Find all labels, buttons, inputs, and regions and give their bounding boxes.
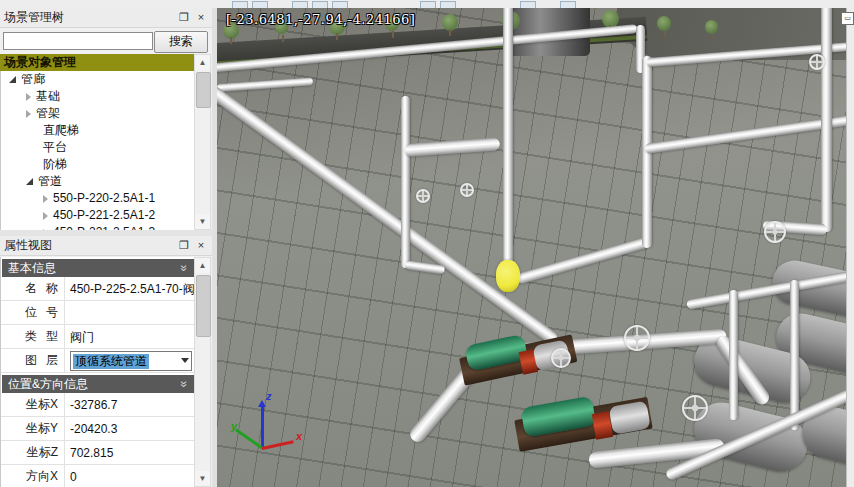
expander-icon[interactable] <box>26 110 31 118</box>
tree-item[interactable]: 管道 <box>1 173 195 190</box>
property-value: 顶循系统管道 <box>65 350 195 371</box>
property-row: 坐标X-32786.7 <box>1 393 195 417</box>
application-window: 场景管理树 ❐ × 搜索 场景对象管理 管廊基础管架直爬梯平台阶梯管道550-P… <box>0 0 854 487</box>
property-value[interactable]: -20420.3 <box>65 418 195 440</box>
tree-item-label: 550-P-220-2.5A1-1 <box>53 190 155 207</box>
scroll-up-icon[interactable]: ▲ <box>195 55 210 70</box>
camera-coordinates-overlay: [-23.6481,-27.94,-4.24166] <box>226 12 415 27</box>
expander-icon[interactable] <box>26 93 31 101</box>
property-grid: 基本信息»名称450-P-225-2.5A1-70-阀...位号类型阀门图层顶循… <box>0 257 195 487</box>
property-label: 图层 <box>1 349 65 372</box>
float-panel-button[interactable]: ❐ <box>177 11 191 24</box>
valve-handwheel-icon[interactable] <box>551 348 571 368</box>
valve-handwheel-icon[interactable] <box>682 395 708 421</box>
property-label: 名称 <box>1 277 65 300</box>
search-input[interactable] <box>3 32 153 50</box>
viewport-3d[interactable]: z y x [-23.6481,-27.94,-4.24166] ▭ <box>217 8 854 487</box>
property-title: 属性视图 <box>4 237 174 254</box>
search-button[interactable]: 搜索 <box>154 31 208 53</box>
tree-item-label: 450-P-221-2.5A1-2 <box>53 207 155 224</box>
tree-item[interactable]: 直爬梯 <box>1 122 195 139</box>
property-section-header[interactable]: 位置&方向信息» <box>2 375 194 393</box>
property-label: 方向X <box>1 465 65 487</box>
property-label: 坐标X <box>1 393 65 416</box>
scene-tree-title: 场景管理树 <box>4 9 174 26</box>
property-label: 坐标Z <box>1 441 65 464</box>
tree-group-header: 场景对象管理 <box>0 54 194 71</box>
property-titlebar[interactable]: 属性视图 ❐ × <box>0 236 212 256</box>
mini-window-icon[interactable]: ▭ <box>841 12 854 25</box>
y-axis-label: y <box>231 420 237 432</box>
dropdown-arrow-icon[interactable] <box>181 358 189 363</box>
combobox-selected-value: 顶循系统管道 <box>73 354 149 369</box>
property-value[interactable]: 0 <box>65 466 195 487</box>
close-panel-button[interactable]: × <box>194 11 208 24</box>
valve-handwheel-icon[interactable] <box>809 54 825 70</box>
tree <box>657 16 671 31</box>
valve-handwheel-icon[interactable] <box>764 221 786 243</box>
close-panel-button[interactable]: × <box>194 239 208 252</box>
collapse-chevron-icon[interactable]: » <box>178 381 192 388</box>
scene-tree[interactable]: 管廊基础管架直爬梯平台阶梯管道550-P-220-2.5A1-1450-P-22… <box>0 71 195 230</box>
tree <box>705 20 718 34</box>
expander-icon[interactable] <box>9 76 16 83</box>
valve-handwheel-icon[interactable] <box>416 189 430 203</box>
tree-item[interactable]: 管架 <box>1 105 195 122</box>
float-panel-button[interactable]: ❐ <box>177 239 191 252</box>
window-edge: ▭ <box>846 8 854 487</box>
tree-item-label: 管道 <box>38 173 62 190</box>
pipe[interactable] <box>821 8 832 232</box>
expander-icon[interactable] <box>26 178 33 185</box>
selected-valve[interactable] <box>496 260 520 292</box>
scroll-up-icon[interactable]: ▲ <box>195 258 210 273</box>
section-title: 位置&方向信息 <box>8 376 181 393</box>
scene-tree-panel: 场景管理树 ❐ × 搜索 场景对象管理 管廊基础管架直爬梯平台阶梯管道550-P… <box>0 8 212 230</box>
property-value[interactable]: 450-P-225-2.5A1-70-阀... <box>65 278 195 300</box>
tree-item[interactable]: 平台 <box>1 139 195 156</box>
scroll-down-icon[interactable]: ▼ <box>195 471 210 486</box>
tree <box>442 14 458 31</box>
section-title: 基本信息 <box>8 260 181 277</box>
valve-handwheel-icon[interactable] <box>624 325 650 351</box>
valve-handwheel-icon[interactable] <box>460 183 474 197</box>
tree-item-label: 管架 <box>36 105 60 122</box>
expander-icon[interactable] <box>43 212 48 220</box>
property-row: 位号 <box>1 301 195 325</box>
collapse-chevron-icon[interactable]: » <box>178 265 192 272</box>
tree-item[interactable]: 管廊 <box>1 71 195 88</box>
tree-item[interactable]: 450-P-221-2.5A1-2 <box>1 207 195 224</box>
pipe[interactable] <box>401 96 410 268</box>
z-axis-label: z <box>266 390 272 402</box>
tree-item[interactable]: 阶梯 <box>1 156 195 173</box>
property-row: 坐标Y-20420.3 <box>1 417 195 441</box>
pipe[interactable] <box>790 280 799 430</box>
z-axis <box>261 406 264 448</box>
z-axis-arrowhead <box>258 400 266 407</box>
tree-item-label: 管廊 <box>21 71 45 88</box>
layer-combobox[interactable]: 顶循系统管道 <box>70 351 192 371</box>
expander-icon[interactable] <box>43 195 48 203</box>
property-label: 类型 <box>1 325 65 348</box>
property-scrollbar[interactable]: ▲ ▼ <box>194 257 211 487</box>
axis-gizmo: z y x <box>233 390 323 458</box>
scene-tree-titlebar[interactable]: 场景管理树 ❐ × <box>0 8 212 28</box>
tree-item[interactable]: 基础 <box>1 88 195 105</box>
tree-item-label: 直爬梯 <box>43 122 79 139</box>
property-row: 坐标Z702.815 <box>1 441 195 465</box>
scroll-down-icon[interactable]: ▼ <box>195 214 210 229</box>
property-row: 名称450-P-225-2.5A1-70-阀... <box>1 277 195 301</box>
scrollbar-thumb[interactable] <box>196 275 211 337</box>
tree-item[interactable]: 550-P-220-2.5A1-1 <box>1 190 195 207</box>
y-axis <box>235 429 263 449</box>
tree-item-label: 基础 <box>36 88 60 105</box>
pipe[interactable] <box>729 290 738 420</box>
property-row: 类型阀门 <box>1 325 195 349</box>
pipe[interactable] <box>503 8 513 274</box>
tree-item-label: 平台 <box>43 139 67 156</box>
tree-scrollbar[interactable]: ▲ ▼ <box>194 54 211 230</box>
property-section-header[interactable]: 基本信息» <box>2 259 194 277</box>
property-value[interactable]: -32786.7 <box>65 394 195 416</box>
property-value[interactable]: 阀门 <box>65 326 195 348</box>
property-value[interactable]: 702.815 <box>65 442 195 464</box>
scrollbar-thumb[interactable] <box>196 72 211 108</box>
